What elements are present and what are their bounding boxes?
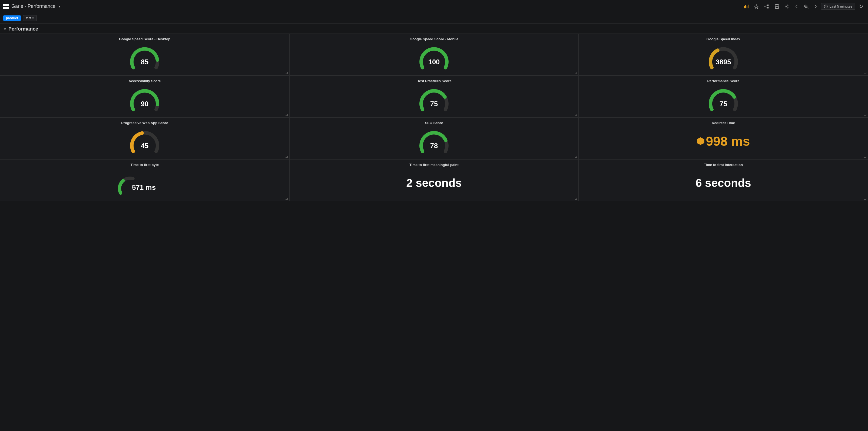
zoom-icon <box>804 4 808 9</box>
svg-text:78: 78 <box>430 142 438 149</box>
gauge-svg: 45 <box>123 127 166 155</box>
panel-resize-handle[interactable] <box>285 198 288 200</box>
stat-large-value-time-to-first-interaction: 6 seconds <box>695 168 751 198</box>
svg-text:100: 100 <box>428 58 440 65</box>
gauge-container-time-to-first-byte: 571 ms <box>3 168 286 198</box>
panel-resize-handle[interactable] <box>575 114 577 116</box>
app-icon <box>3 4 9 9</box>
panel-title-time-to-first-paint: Time to first meaningful paint <box>292 163 576 167</box>
clock-icon <box>824 5 828 8</box>
panel-google-speed-index: Google Speed Index 3895 <box>579 33 868 75</box>
gauge-container-best-practices-score: 75 <box>292 84 576 114</box>
panel-title-redirect-time: Redirect Time <box>582 121 865 125</box>
panel-title-best-practices-score: Best Practices Score <box>292 79 576 83</box>
gauge-svg: 75 <box>412 85 456 114</box>
panel-accessibility-score: Accessibility Score 90 <box>0 75 289 117</box>
time-picker-label: Last 5 minutes <box>829 4 852 8</box>
panel-resize-handle[interactable] <box>285 72 288 74</box>
panel-title-seo-score: SEO Score <box>292 121 576 125</box>
panel-best-practices-score: Best Practices Score 75 <box>289 75 579 117</box>
panel-time-to-first-byte: Time to first byte 571 ms <box>0 159 289 201</box>
test-variable-select[interactable]: test ▾ <box>23 15 37 21</box>
svg-rect-3 <box>748 5 748 8</box>
settings-btn[interactable] <box>783 3 791 10</box>
svg-point-13 <box>786 6 788 7</box>
panel-resize-handle[interactable] <box>864 156 866 158</box>
svg-text:75: 75 <box>719 100 727 107</box>
save-btn[interactable] <box>773 3 781 10</box>
product-variable-label: product <box>3 16 21 21</box>
panel-resize-handle[interactable] <box>575 72 577 74</box>
panel-performance-score: Performance Score 75 <box>579 75 868 117</box>
svg-text:85: 85 <box>141 58 149 65</box>
stat-value-redirect-time: 998 ms <box>697 126 750 156</box>
panel-resize-handle[interactable] <box>864 114 866 116</box>
nav-forward-icon <box>814 4 817 9</box>
panel-title-google-speed-index: Google Speed Index <box>582 37 865 41</box>
share-btn[interactable] <box>763 3 771 10</box>
test-caret-icon: ▾ <box>32 16 34 20</box>
panel-google-speed-mobile: Google Speed Score - Mobile 100 <box>289 33 579 75</box>
gauge-container-google-speed-index: 3895 <box>582 42 865 72</box>
svg-text:90: 90 <box>141 100 149 107</box>
title-caret-icon[interactable]: ▾ <box>59 5 60 8</box>
time-picker[interactable]: Last 5 minutes <box>821 3 855 10</box>
bar-chart-icon-btn[interactable] <box>742 3 750 10</box>
gauge-svg: 100 <box>412 43 456 72</box>
svg-marker-4 <box>754 5 758 9</box>
gear-icon <box>785 4 789 9</box>
panel-title-time-to-first-interaction: Time to first interaction <box>582 163 865 167</box>
svg-rect-12 <box>776 6 778 8</box>
redirect-icon <box>697 137 704 145</box>
topbar-left: Garie - Performance ▾ <box>3 3 60 9</box>
refresh-btn[interactable]: ↻ <box>858 2 865 10</box>
panel-title-performance-score: Performance Score <box>582 79 865 83</box>
panel-resize-handle[interactable] <box>575 198 577 200</box>
svg-text:571 ms: 571 ms <box>132 183 156 191</box>
panel-resize-handle[interactable] <box>864 198 866 200</box>
bar-chart-icon <box>744 4 748 9</box>
gauge-container-google-speed-mobile: 100 <box>292 42 576 72</box>
nav-back-btn[interactable] <box>794 3 800 10</box>
stat-large-value-time-to-first-paint: 2 seconds <box>406 168 462 198</box>
panel-seo-score: SEO Score 78 <box>289 117 579 159</box>
svg-point-6 <box>765 6 766 7</box>
panel-title-google-speed-mobile: Google Speed Score - Mobile <box>292 37 576 41</box>
gauge-svg: 85 <box>123 43 166 72</box>
section-collapse-icon[interactable]: ∨ <box>4 27 6 31</box>
panel-redirect-time: Redirect Time998 ms <box>579 117 868 159</box>
zoom-btn[interactable] <box>802 3 810 10</box>
panel-resize-handle[interactable] <box>285 114 288 116</box>
panel-resize-handle[interactable] <box>285 156 288 158</box>
panel-resize-handle[interactable] <box>864 72 866 74</box>
test-variable-value: test <box>26 16 31 20</box>
panel-time-to-first-interaction: Time to first interaction6 seconds <box>579 159 868 201</box>
nav-forward-btn[interactable] <box>812 3 819 10</box>
star-icon <box>754 4 759 9</box>
topbar: Garie - Performance ▾ <box>0 0 868 13</box>
panel-time-to-first-paint: Time to first meaningful paint2 seconds <box>289 159 579 201</box>
svg-rect-2 <box>747 6 747 8</box>
gauge-svg: 3895 <box>702 43 745 72</box>
panel-resize-handle[interactable] <box>575 156 577 158</box>
svg-text:3895: 3895 <box>716 58 731 65</box>
variable-row: product test ▾ <box>0 13 868 24</box>
svg-line-9 <box>766 7 767 7</box>
dashboard-title: Garie - Performance <box>11 3 56 9</box>
svg-line-8 <box>766 5 767 6</box>
gauge-container-google-speed-desktop: 85 <box>3 42 286 72</box>
gauge-container-pwa-score: 45 <box>3 126 286 156</box>
svg-text:45: 45 <box>141 142 149 149</box>
svg-point-7 <box>767 7 769 8</box>
star-btn[interactable] <box>752 3 761 10</box>
section-title: Performance <box>8 26 38 32</box>
panel-title-google-speed-desktop: Google Speed Score - Desktop <box>3 37 286 41</box>
performance-section-header: ∨ Performance <box>0 24 868 33</box>
panel-pwa-score: Progressive Web App Score 45 <box>0 117 289 159</box>
svg-text:75: 75 <box>430 100 438 107</box>
gauge-container-accessibility-score: 90 <box>3 84 286 114</box>
gauge-svg: 78 <box>412 127 456 155</box>
gauge-svg: 90 <box>123 85 166 114</box>
panel-google-speed-desktop: Google Speed Score - Desktop 85 <box>0 33 289 75</box>
svg-line-15 <box>807 7 808 9</box>
